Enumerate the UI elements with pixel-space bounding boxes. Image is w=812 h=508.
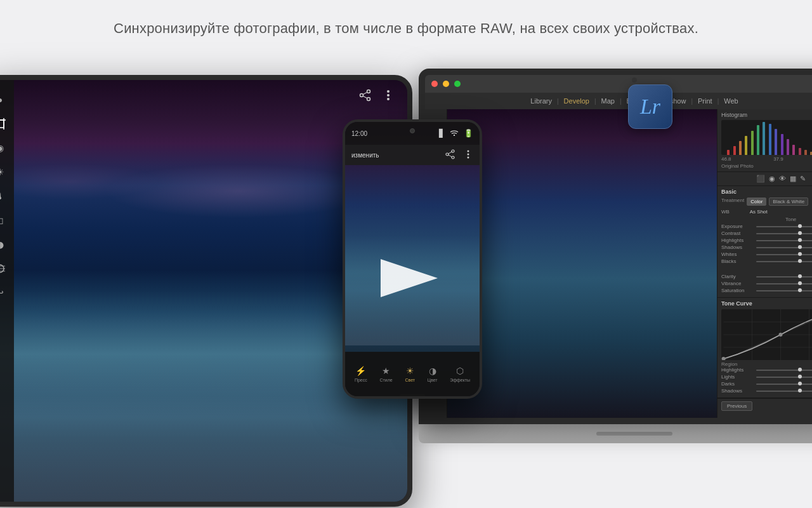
phone-tab-effects[interactable]: ⬡ Эффекты bbox=[450, 366, 470, 382]
basic-panel: Basic ▼ Treatment Color Black & White WB… bbox=[717, 186, 812, 298]
svg-rect-0 bbox=[0, 120, 4, 128]
svg-line-20 bbox=[449, 155, 452, 157]
toolbar-light-icon[interactable]: ● bbox=[0, 93, 7, 107]
svg-point-15 bbox=[454, 135, 455, 136]
phone-signal-icon: ▋ bbox=[439, 129, 445, 138]
phone-tab-color[interactable]: ◑ Цвет bbox=[428, 366, 438, 382]
histogram-label: Histogram bbox=[721, 112, 747, 118]
exposure-slider[interactable] bbox=[756, 226, 812, 227]
tool-spot[interactable]: ◉ bbox=[769, 175, 775, 183]
treatment-row: Treatment Color Black & White bbox=[721, 197, 812, 206]
toolbar-undo-icon[interactable]: ↩ bbox=[0, 286, 7, 300]
blacks-slider[interactable] bbox=[756, 261, 812, 262]
svg-line-19 bbox=[449, 152, 452, 154]
svg-point-8 bbox=[367, 98, 370, 101]
nav-print[interactable]: Print bbox=[693, 97, 717, 105]
tc-highlights-slider[interactable] bbox=[756, 370, 812, 371]
basic-panel-header[interactable]: Basic ▼ bbox=[721, 189, 812, 195]
shadows-slider[interactable] bbox=[756, 247, 812, 248]
svg-point-7 bbox=[367, 90, 370, 93]
svg-line-10 bbox=[363, 92, 367, 95]
nav-develop[interactable]: Develop bbox=[559, 97, 594, 105]
nav-map[interactable]: Map bbox=[596, 97, 620, 105]
region-label: Region bbox=[721, 361, 812, 367]
vibrance-row: Vibrance 0 bbox=[721, 281, 812, 286]
clarity-row: Clarity 0 bbox=[721, 274, 812, 279]
tc-shadows-slider[interactable] bbox=[756, 391, 812, 392]
tone-curve-header[interactable]: Tone Curve ▼ bbox=[721, 300, 812, 307]
sync-arrow bbox=[368, 253, 444, 304]
svg-point-16 bbox=[452, 150, 454, 152]
bw-btn[interactable]: Black & White bbox=[769, 197, 808, 206]
lr-content: Histogram ▼ bbox=[425, 109, 812, 418]
phone-bottom-bar: ⚡ Пресс ★ Стиле ☀ Свет ◑ Цвет ⬡ Эффект bbox=[345, 352, 480, 396]
toolbar-adjust-icon[interactable]: ◉ bbox=[0, 141, 7, 155]
laptop-base bbox=[419, 424, 812, 443]
tc-darks-slider[interactable] bbox=[756, 384, 812, 385]
lr-nav: Library | Develop | Map | Book | Slidesh… bbox=[425, 93, 812, 109]
tablet-share-icon[interactable] bbox=[359, 89, 372, 105]
toolbar-tone-icon[interactable]: ☀ bbox=[0, 165, 7, 179]
tone-curve-panel: Tone Curve ▼ bbox=[717, 298, 812, 398]
tc-lights-slider[interactable] bbox=[756, 377, 812, 378]
scene: ● ◉ ☀ 🌡 ◻ ◑ ↩ bbox=[0, 56, 812, 500]
phone-top-icons: ▋ 🔋 bbox=[439, 129, 473, 138]
histogram-canvas bbox=[721, 120, 812, 155]
tool-grad[interactable]: ▦ bbox=[790, 175, 796, 183]
svg-point-32 bbox=[722, 357, 726, 360]
svg-point-33 bbox=[779, 333, 783, 337]
svg-point-21 bbox=[468, 150, 469, 152]
tablet-menu-icon[interactable] bbox=[382, 89, 395, 105]
toolbar-lens-icon[interactable]: ◻ bbox=[0, 213, 7, 227]
phone-camera bbox=[410, 128, 415, 133]
clarity-slider[interactable] bbox=[756, 276, 812, 277]
svg-marker-24 bbox=[381, 259, 438, 297]
toolbar-crop-icon[interactable] bbox=[0, 117, 7, 131]
whites-slider[interactable] bbox=[756, 254, 812, 255]
lr-photo-area bbox=[447, 109, 717, 418]
phone-tab-preset[interactable]: ⚡ Пресс bbox=[355, 366, 367, 382]
tool-redeye[interactable]: 👁 bbox=[779, 175, 786, 183]
whites-row: Whites +24 bbox=[721, 251, 812, 257]
histogram-values: 46.8 37.9 50.7% bbox=[721, 156, 812, 162]
phone-tab-style[interactable]: ★ Стиле bbox=[380, 366, 393, 382]
toolbar-effects-icon[interactable]: ◑ bbox=[0, 237, 7, 251]
saturation-row: Saturation 0 bbox=[721, 288, 812, 293]
phone-share-icon[interactable] bbox=[445, 149, 455, 161]
presence-label: Presence bbox=[721, 267, 812, 272]
phone-battery-icon: 🔋 bbox=[464, 129, 473, 138]
lr-bottom-buttons: Previous Reset bbox=[717, 398, 812, 413]
tc-shadows-row: Shadows — bbox=[721, 388, 812, 394]
tablet-top-icons bbox=[359, 89, 395, 105]
phone-tab-light[interactable]: ☀ Свет bbox=[405, 366, 415, 382]
nav-web[interactable]: Web bbox=[719, 97, 743, 105]
phone-menu-icon[interactable] bbox=[463, 149, 473, 161]
hist-g-val: 37.9 bbox=[773, 156, 783, 162]
tablet-toolbar: ● ◉ ☀ 🌡 ◻ ◑ ↩ bbox=[0, 80, 14, 502]
vibrance-slider[interactable] bbox=[756, 283, 812, 284]
highlights-row: Highlights -26 bbox=[721, 237, 812, 243]
lr-app-icon: Lr bbox=[628, 84, 672, 129]
toolbar-color-icon[interactable]: 🌡 bbox=[0, 189, 7, 203]
saturation-slider[interactable] bbox=[756, 290, 812, 291]
lr-right-panel: Histogram ▼ bbox=[717, 109, 812, 418]
svg-line-11 bbox=[363, 96, 367, 98]
lightroom-ui: Library | Develop | Map | Book | Slidesh… bbox=[425, 75, 812, 418]
color-btn[interactable]: Color bbox=[747, 197, 766, 206]
toolbar-detail-icon[interactable] bbox=[0, 262, 7, 276]
phone-wifi-icon bbox=[450, 129, 459, 138]
tool-crop[interactable]: ⬛ bbox=[756, 175, 765, 183]
hist-r-val: 46.8 bbox=[721, 156, 731, 162]
svg-point-14 bbox=[387, 98, 390, 100]
tool-brush[interactable]: ✎ bbox=[800, 175, 806, 183]
contrast-slider[interactable] bbox=[756, 233, 812, 234]
highlights-slider[interactable] bbox=[756, 240, 812, 241]
svg-point-17 bbox=[452, 156, 454, 159]
lr-top-bar bbox=[425, 75, 812, 93]
phone-status-bar: 12:00 ▋ 🔋 bbox=[345, 122, 480, 145]
nav-library[interactable]: Library bbox=[525, 97, 557, 105]
orig-photo-label: Original Photo bbox=[721, 163, 812, 169]
previous-button[interactable]: Previous bbox=[721, 401, 752, 411]
phone-status-text: 12:00 bbox=[351, 130, 367, 137]
blacks-row: Blacks +18 bbox=[721, 258, 812, 264]
